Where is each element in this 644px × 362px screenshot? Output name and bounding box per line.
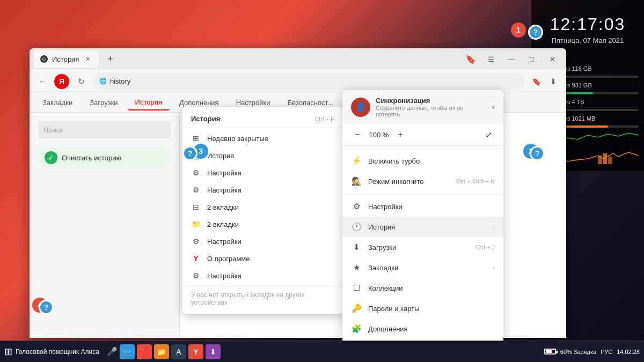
question-mark-3: ? bbox=[182, 146, 197, 161]
new-tab-button[interactable]: + bbox=[103, 51, 118, 67]
taskbar-start[interactable]: ⊞ Голосовой помощник Алиса bbox=[4, 346, 99, 358]
minimize-button[interactable]: — bbox=[502, 51, 521, 67]
incognito-shortcut: Ctrl + Shift + N bbox=[456, 178, 495, 184]
tab-close-button[interactable]: ✕ bbox=[83, 55, 92, 63]
taskbar-icon-1[interactable]: 🐦 bbox=[120, 344, 135, 359]
folder-icon: 📁 bbox=[191, 219, 201, 229]
ctx-item-settings-3[interactable]: ⚙ Настройки bbox=[182, 233, 343, 250]
ctx-item-recently-closed[interactable]: ⊞ Недавно закрытые bbox=[182, 130, 343, 147]
maximize-button[interactable]: □ bbox=[522, 51, 541, 67]
nav-bookmarks[interactable]: Закладки bbox=[35, 95, 80, 110]
settings-gear-icon-3: ⚙ bbox=[191, 237, 201, 246]
menu-item-bookmarks[interactable]: ★ Закладки › bbox=[342, 257, 503, 278]
address-bar[interactable]: 🌐 history bbox=[93, 73, 524, 90]
search-placeholder: Поиск bbox=[43, 126, 63, 134]
svg-rect-0 bbox=[598, 156, 602, 164]
question-mark-1: ? bbox=[528, 25, 543, 40]
history-arrow: › bbox=[493, 224, 495, 230]
menu-item-turbo[interactable]: ⚡ Включить турбо bbox=[342, 151, 503, 171]
menu-divider-1 bbox=[342, 148, 503, 149]
battery-icon bbox=[544, 349, 556, 354]
ctx-item-label-0: Недавно закрытые bbox=[207, 135, 268, 143]
menu-item-incognito[interactable]: 🕵 Режим инкогнито Ctrl + Shift + N bbox=[342, 171, 503, 191]
menu-item-settings[interactable]: ⚙ Настройки bbox=[342, 196, 503, 217]
menu-label-bookmarks: Закладки bbox=[368, 264, 398, 272]
ctx-item-settings-1[interactable]: ⚙ Настройки bbox=[182, 164, 343, 181]
clear-icon: ✓ bbox=[45, 151, 57, 164]
tabs-icon-1: ⊟ bbox=[191, 202, 201, 212]
passwords-icon: 🔑 bbox=[351, 303, 362, 314]
extensions-icon: 🧩 bbox=[351, 323, 362, 334]
menu-label-extensions: Дополнения bbox=[368, 325, 408, 333]
menu-sync-header[interactable]: 👤 Синхронизация Сохраните данные, чтобы … bbox=[342, 90, 503, 124]
ctx-item-label-2: Настройки bbox=[207, 169, 241, 177]
menu-divider-2 bbox=[342, 194, 503, 194]
browser-tab[interactable]: ⊙ История ✕ bbox=[34, 50, 98, 68]
taskbar-icon-4[interactable]: A bbox=[171, 344, 186, 359]
menu-label-collections: Коллекции bbox=[368, 284, 403, 292]
menu-button[interactable]: ☰ bbox=[481, 51, 501, 67]
taskbar: ⊞ Голосовой помощник Алиса 🎤 🐦 🔴 📁 A Y ⬇… bbox=[0, 341, 644, 362]
ctx-footer: У вас нет открытых вкладок на других уст… bbox=[182, 286, 343, 311]
refresh-button[interactable]: ↻ bbox=[74, 74, 89, 89]
sync-avatar: 👤 bbox=[351, 98, 370, 117]
zoom-expand-button[interactable]: ⤢ bbox=[482, 128, 495, 141]
download-toolbar-button[interactable]: ⬇ bbox=[546, 74, 561, 89]
sync-info: Синхронизация Сохраните данные, чтобы их… bbox=[376, 97, 486, 117]
ctx-item-settings-2[interactable]: ⚙ Настройки bbox=[182, 181, 343, 198]
ctx-shortcut: Ctrl + H bbox=[314, 116, 335, 122]
zoom-in-button[interactable]: + bbox=[394, 128, 407, 141]
main-menu: 👤 Синхронизация Сохраните данные, чтобы … bbox=[342, 90, 503, 359]
nav-downloads[interactable]: Загрузки bbox=[82, 95, 125, 110]
mic-button[interactable]: 🎤 bbox=[105, 344, 120, 359]
browser-titlebar: ⊙ История ✕ + 🔖 ☰ — □ ✕ bbox=[30, 48, 566, 70]
zoom-row: − 100 % + ⤢ bbox=[342, 124, 503, 146]
ctx-item-tabs-1[interactable]: ⊟ 2 вкладки bbox=[182, 198, 343, 216]
taskbar-start-label: Голосовой помощник Алиса bbox=[16, 348, 99, 356]
close-button[interactable]: ✕ bbox=[543, 51, 562, 67]
ctx-header-label: История bbox=[191, 115, 220, 123]
ctx-item-label-4: 2 вкладки bbox=[207, 203, 239, 211]
taskbar-icon-3[interactable]: 📁 bbox=[154, 344, 169, 359]
ctx-item-label-3: Настройки bbox=[207, 186, 241, 194]
svg-rect-2 bbox=[608, 157, 612, 164]
yandex-logo: Я bbox=[54, 74, 69, 89]
bookmark-toolbar-button[interactable]: 🔖 bbox=[529, 74, 544, 89]
taskbar-lang: РУС bbox=[601, 349, 612, 355]
ctx-item-label-5: 2 вкладки bbox=[207, 220, 239, 228]
back-button[interactable]: ← bbox=[35, 74, 50, 89]
clock-date: Пятница, 07 Мая 2021 bbox=[552, 36, 624, 45]
desktop: 12:17:03 Пятница, 07 Мая 2021 свободно и… bbox=[0, 0, 644, 362]
sync-subtitle: Сохраните данные, чтобы их не потерять bbox=[376, 105, 486, 117]
menu-item-passwords[interactable]: 🔑 Пароли и карты bbox=[342, 298, 503, 319]
menu-item-downloads[interactable]: ⬇ Загрузки Ctrl + J bbox=[342, 237, 503, 257]
taskbar-time: 14:02:28 bbox=[617, 349, 640, 355]
bookmark-button[interactable]: 🔖 bbox=[461, 51, 480, 67]
ctx-item-label-7: О программе bbox=[207, 255, 250, 263]
sync-dropdown-icon: ▾ bbox=[492, 104, 495, 111]
menu-item-history[interactable]: 🕐 История › bbox=[342, 217, 503, 237]
ctx-item-about[interactable]: Y О программе bbox=[182, 250, 343, 267]
ctx-divider-1 bbox=[182, 127, 343, 128]
nav-history[interactable]: История bbox=[128, 95, 170, 110]
sync-title: Синхронизация bbox=[376, 97, 486, 105]
address-bar-icon: 🌐 bbox=[99, 78, 107, 85]
bookmarks-arrow: › bbox=[493, 264, 495, 271]
taskbar-icon-2[interactable]: 🔴 bbox=[137, 344, 152, 359]
zoom-out-button[interactable]: − bbox=[351, 128, 364, 141]
downloads-shortcut: Ctrl + J bbox=[476, 244, 495, 250]
settings-icon: ⚙ bbox=[351, 201, 362, 212]
settings-gear-icon-4: ⚙ bbox=[191, 271, 201, 280]
menu-item-extensions[interactable]: 🧩 Дополнения bbox=[342, 319, 503, 339]
ctx-item-tabs-2[interactable]: 📁 2 вкладки bbox=[182, 216, 343, 233]
menu-item-collections[interactable]: ☐ Коллекции bbox=[342, 278, 503, 298]
battery-label: 60% Зарядка bbox=[560, 349, 596, 355]
menu-label-turbo: Включить турбо bbox=[368, 157, 420, 165]
menu-label-settings: Настройки bbox=[368, 203, 402, 211]
clear-history-button[interactable]: ✓ Очистить историю bbox=[38, 147, 171, 168]
taskbar-icon-6[interactable]: ⬇ bbox=[206, 344, 221, 359]
settings-gear-icon-1: ⚙ bbox=[191, 168, 201, 178]
ctx-item-settings-4[interactable]: ⚙ Настройки bbox=[182, 267, 343, 284]
taskbar-icon-5[interactable]: Y bbox=[188, 344, 203, 359]
search-box[interactable]: Поиск bbox=[38, 121, 171, 138]
